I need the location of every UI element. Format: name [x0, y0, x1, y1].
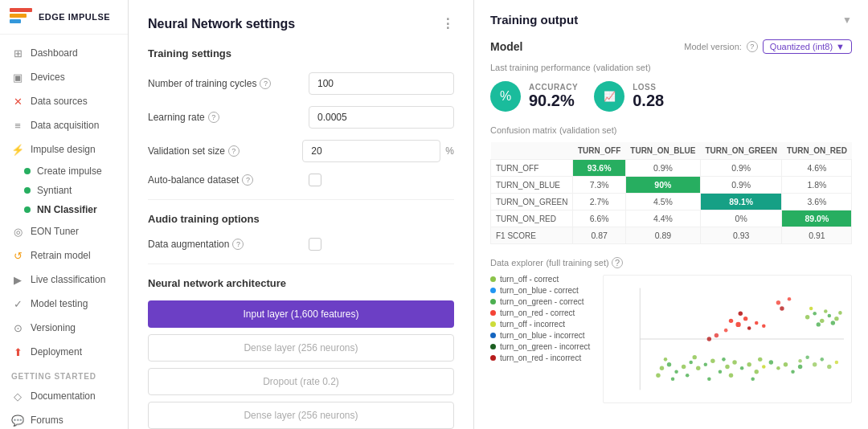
logo-bar-2: [10, 14, 27, 18]
sidebar-item-documentation[interactable]: ◇ Documentation: [0, 384, 128, 408]
svg-point-19: [740, 366, 744, 370]
svg-point-44: [820, 319, 824, 323]
data-augmentation-checkbox[interactable]: [309, 238, 321, 251]
svg-point-6: [682, 365, 686, 369]
training-cycles-help-icon[interactable]: ?: [260, 78, 271, 89]
version-badge-text: Quantized (int8): [770, 42, 833, 51]
scatter-plot-svg: [604, 276, 851, 402]
training-cycles-row: Number of training cycles ?: [148, 72, 454, 95]
legend-item: turn_on_green - correct: [490, 297, 595, 306]
divider: [148, 199, 454, 200]
sidebar-item-dashboard[interactable]: ⊞ Dashboard: [0, 41, 128, 65]
scatter-plot: [603, 275, 852, 403]
sidebar-item-versioning[interactable]: ⊙ Versioning: [0, 316, 128, 340]
sidebar-item-label: Dashboard: [31, 47, 78, 59]
model-version-help-icon[interactable]: ?: [747, 41, 758, 52]
svg-point-56: [827, 365, 831, 369]
sidebar-item-retrain-model[interactable]: ↺ Retrain model: [0, 243, 128, 268]
sidebar-item-forums[interactable]: 💬 Forums: [0, 408, 128, 429]
versioning-icon: ⊙: [11, 321, 24, 334]
svg-point-46: [834, 317, 838, 321]
data-augmentation-label: Data augmentation ?: [148, 239, 309, 250]
legend-dot: [490, 288, 496, 293]
panel-title-row: Neural Network settings ⋮: [148, 16, 454, 31]
sidebar-item-syntiant[interactable]: Syntiant: [24, 181, 128, 200]
sidebar-item-nn-classifier[interactable]: NN Classifier: [24, 200, 128, 219]
retrain-icon: ↺: [11, 249, 24, 262]
svg-point-35: [729, 319, 733, 323]
dense-layer-1[interactable]: Dense layer (256 neurons): [148, 334, 454, 362]
table-row: TURN_ON_RED 6.6% 4.4% 0% 89.0%: [491, 210, 852, 227]
explorer-label: (full training set): [546, 258, 608, 268]
svg-point-3: [667, 362, 671, 366]
explorer-help-icon[interactable]: ?: [612, 257, 623, 268]
svg-point-2: [660, 366, 664, 370]
svg-point-10: [696, 366, 700, 370]
sidebar-item-deployment[interactable]: ⬆ Deployment: [0, 340, 128, 364]
legend-dot: [490, 355, 496, 361]
svg-point-21: [722, 358, 726, 362]
loss-icon: 📈: [594, 81, 624, 112]
validation-set-help-icon[interactable]: ?: [228, 145, 240, 157]
table-row: F1 SCORE 0.87 0.89 0.93 0.91: [491, 227, 852, 244]
auto-balance-help-icon[interactable]: ?: [242, 174, 253, 186]
deployment-icon: ⬆: [11, 345, 24, 358]
learning-rate-input[interactable]: [309, 106, 454, 129]
svg-point-13: [686, 374, 690, 378]
loss-label: LOSS: [633, 83, 664, 92]
perf-title: Last training performance (validation se…: [490, 62, 852, 73]
cell: 4.6%: [782, 160, 852, 177]
cell: 0.91: [782, 227, 852, 244]
sidebar-item-create-impulse[interactable]: Create impulse: [24, 161, 128, 181]
input-layer[interactable]: Input layer (1,600 features): [148, 300, 454, 328]
confusion-validation-label: (validation set): [559, 125, 617, 135]
auto-balance-checkbox[interactable]: [309, 174, 321, 186]
sidebar-item-model-testing[interactable]: ✓ Model testing: [0, 292, 128, 316]
svg-point-49: [824, 309, 828, 313]
cell: 6.6%: [573, 210, 625, 227]
cell: 4.5%: [625, 194, 700, 210]
data-augmentation-help-icon[interactable]: ?: [232, 239, 244, 250]
sidebar-item-label: Deployment: [31, 346, 82, 358]
output-dropdown-icon[interactable]: ▼: [842, 14, 852, 26]
docs-icon: ◇: [11, 390, 24, 402]
svg-point-38: [762, 324, 766, 328]
svg-point-25: [769, 360, 773, 364]
output-title: Training output: [490, 13, 578, 27]
dense-layer-2[interactable]: Dense layer (256 neurons): [148, 402, 454, 429]
sidebar-item-live-classification[interactable]: ▶ Live classification: [0, 268, 128, 292]
sidebar-item-devices[interactable]: ▣ Devices: [0, 65, 128, 89]
cell: 3.6%: [782, 194, 852, 210]
confusion-title: Confusion matrix (validation set): [490, 125, 852, 136]
data-explorer-legend: turn_off - correct turn_on_blue - correc…: [490, 275, 595, 403]
dot-icon: [24, 187, 31, 194]
validation-set-note: (validation set): [593, 63, 651, 72]
getting-started-label: GETTING STARTED: [0, 364, 128, 384]
audio-options-title: Audio training options: [148, 213, 454, 225]
confusion-matrix-table: TURN_OFF TURN_ON_BLUE TURN_ON_GREEN TURN…: [490, 142, 852, 244]
svg-point-34: [747, 326, 751, 330]
dots-menu-icon[interactable]: ⋮: [441, 16, 454, 31]
version-badge[interactable]: Quantized (int8) ▼: [763, 39, 852, 54]
learning-rate-help-icon[interactable]: ?: [208, 112, 219, 123]
percent-label: %: [445, 145, 454, 157]
auto-balance-row: Auto-balance dataset ?: [148, 174, 454, 186]
validation-set-input[interactable]: [302, 140, 440, 162]
svg-point-17: [707, 378, 711, 382]
sidebar-item-data-acquisition[interactable]: ≡ Data acquisition: [0, 113, 128, 137]
svg-point-4: [656, 374, 660, 378]
sidebar-item-data-sources[interactable]: ✕ Data sources: [0, 89, 128, 113]
validation-set-row: Validation set size ? %: [148, 140, 454, 162]
sidebar-sub-nav: Create impulse Syntiant NN Classifier: [0, 161, 128, 219]
svg-point-22: [755, 370, 759, 374]
svg-point-55: [821, 358, 825, 362]
training-cycles-input[interactable]: [309, 72, 454, 95]
sidebar-item-eon-tuner[interactable]: ◎ EON Tuner: [0, 219, 128, 243]
sidebar-item-impulse-design[interactable]: ⚡ Impulse design: [0, 137, 128, 161]
svg-point-52: [798, 359, 802, 363]
legend-label: turn_on_blue - incorrect: [500, 331, 585, 340]
row-label: F1 SCORE: [491, 227, 573, 244]
dropout-layer-1[interactable]: Dropout (rate 0.2): [148, 368, 454, 395]
svg-point-37: [739, 312, 743, 316]
svg-point-8: [664, 358, 668, 362]
